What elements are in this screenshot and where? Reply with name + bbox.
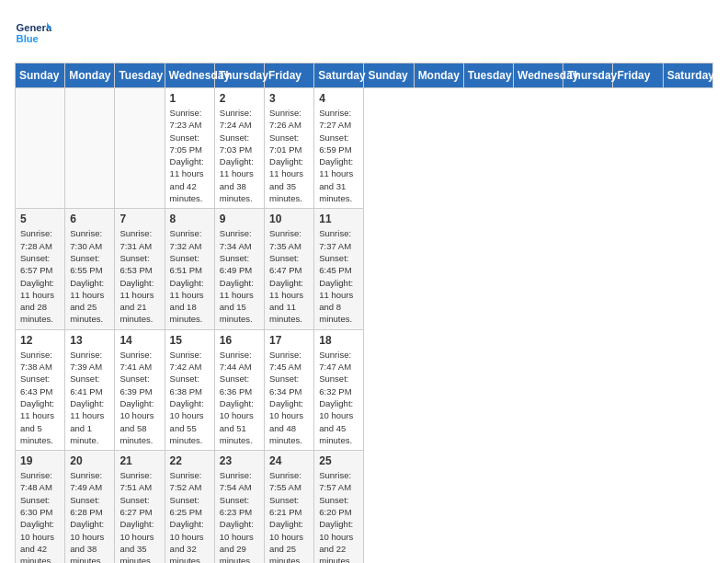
- day-number: 25: [319, 454, 358, 467]
- calendar-cell: 18Sunrise: 7:47 AM Sunset: 6:32 PM Dayli…: [314, 329, 364, 450]
- week-row-4: 19Sunrise: 7:48 AM Sunset: 6:30 PM Dayli…: [16, 451, 713, 563]
- calendar-cell: 17Sunrise: 7:45 AM Sunset: 6:34 PM Dayli…: [265, 329, 314, 450]
- day-content: Sunrise: 7:48 AM Sunset: 6:30 PM Dayligh…: [20, 469, 60, 563]
- calendar-cell: 4Sunrise: 7:27 AM Sunset: 6:59 PM Daylig…: [314, 88, 364, 209]
- day-number: 21: [119, 454, 159, 467]
- calendar-cell: 6Sunrise: 7:30 AM Sunset: 6:55 PM Daylig…: [65, 209, 115, 329]
- day-content: Sunrise: 7:27 AM Sunset: 6:59 PM Dayligh…: [319, 107, 358, 204]
- calendar-cell: 24Sunrise: 7:55 AM Sunset: 6:21 PM Dayli…: [265, 451, 314, 563]
- col-header-tuesday: Tuesday: [463, 63, 513, 88]
- day-number: 9: [220, 213, 259, 225]
- col-header-monday: Monday: [65, 63, 115, 88]
- calendar-cell: 2Sunrise: 7:24 AM Sunset: 7:03 PM Daylig…: [214, 88, 264, 209]
- day-content: Sunrise: 7:32 AM Sunset: 6:51 PM Dayligh…: [170, 227, 210, 325]
- day-content: Sunrise: 7:38 AM Sunset: 6:43 PM Dayligh…: [20, 349, 60, 446]
- header-row: SundayMondayTuesdayWednesdayThursdayFrid…: [16, 63, 713, 88]
- col-header-monday: Monday: [414, 63, 463, 88]
- week-row-3: 12Sunrise: 7:38 AM Sunset: 6:43 PM Dayli…: [16, 329, 713, 450]
- day-number: 22: [170, 454, 210, 467]
- calendar-cell: [16, 88, 65, 209]
- calendar-cell: 12Sunrise: 7:38 AM Sunset: 6:43 PM Dayli…: [16, 329, 65, 450]
- calendar-cell: 21Sunrise: 7:51 AM Sunset: 6:27 PM Dayli…: [115, 451, 165, 563]
- day-number: 14: [119, 334, 159, 347]
- day-number: 3: [269, 92, 309, 105]
- day-content: Sunrise: 7:24 AM Sunset: 7:03 PM Dayligh…: [220, 107, 259, 204]
- calendar-cell: 20Sunrise: 7:49 AM Sunset: 6:28 PM Dayli…: [65, 451, 115, 563]
- col-header-thursday: Thursday: [214, 63, 264, 88]
- day-number: 1: [170, 92, 210, 105]
- day-number: 24: [269, 454, 309, 467]
- week-row-1: 1Sunrise: 7:23 AM Sunset: 7:05 PM Daylig…: [16, 88, 713, 209]
- day-content: Sunrise: 7:44 AM Sunset: 6:36 PM Dayligh…: [220, 349, 259, 446]
- calendar-cell: 22Sunrise: 7:52 AM Sunset: 6:25 PM Dayli…: [165, 451, 214, 563]
- day-number: 19: [20, 454, 60, 467]
- col-header-saturday: Saturday: [663, 63, 712, 88]
- col-header-sunday: Sunday: [364, 63, 414, 88]
- col-header-friday: Friday: [265, 63, 314, 88]
- col-header-wednesday: Wednesday: [165, 63, 214, 88]
- day-content: Sunrise: 7:37 AM Sunset: 6:45 PM Dayligh…: [319, 227, 358, 325]
- day-content: Sunrise: 7:49 AM Sunset: 6:28 PM Dayligh…: [70, 469, 109, 563]
- col-header-saturday: Saturday: [314, 63, 364, 88]
- calendar-cell: 23Sunrise: 7:54 AM Sunset: 6:23 PM Dayli…: [214, 451, 264, 563]
- calendar-cell: 9Sunrise: 7:34 AM Sunset: 6:49 PM Daylig…: [214, 209, 264, 329]
- page-header: General Blue: [15, 15, 713, 52]
- calendar-cell: [115, 88, 165, 209]
- day-number: 7: [119, 213, 159, 225]
- day-number: 6: [70, 213, 109, 225]
- svg-text:Blue: Blue: [17, 33, 39, 44]
- calendar-cell: 16Sunrise: 7:44 AM Sunset: 6:36 PM Dayli…: [214, 329, 264, 450]
- day-number: 2: [220, 92, 259, 105]
- day-number: 18: [319, 334, 358, 347]
- calendar-cell: 1Sunrise: 7:23 AM Sunset: 7:05 PM Daylig…: [165, 88, 214, 209]
- calendar-cell: 3Sunrise: 7:26 AM Sunset: 7:01 PM Daylig…: [265, 88, 314, 209]
- day-content: Sunrise: 7:35 AM Sunset: 6:47 PM Dayligh…: [269, 227, 309, 325]
- day-content: Sunrise: 7:47 AM Sunset: 6:32 PM Dayligh…: [319, 349, 358, 446]
- day-content: Sunrise: 7:45 AM Sunset: 6:34 PM Dayligh…: [269, 349, 309, 446]
- day-number: 17: [269, 334, 309, 347]
- day-content: Sunrise: 7:23 AM Sunset: 7:05 PM Dayligh…: [170, 107, 210, 204]
- logo-icon: General Blue: [15, 15, 51, 52]
- calendar-cell: 25Sunrise: 7:57 AM Sunset: 6:20 PM Dayli…: [314, 451, 364, 563]
- col-header-friday: Friday: [613, 63, 663, 88]
- day-content: Sunrise: 7:34 AM Sunset: 6:49 PM Dayligh…: [220, 227, 259, 325]
- col-header-tuesday: Tuesday: [115, 63, 165, 88]
- day-content: Sunrise: 7:39 AM Sunset: 6:41 PM Dayligh…: [70, 349, 109, 446]
- day-number: 16: [220, 334, 259, 347]
- calendar-cell: 8Sunrise: 7:32 AM Sunset: 6:51 PM Daylig…: [165, 209, 214, 329]
- calendar-cell: [65, 88, 115, 209]
- logo: General Blue: [15, 15, 55, 52]
- svg-text:General: General: [17, 22, 51, 33]
- calendar-cell: 15Sunrise: 7:42 AM Sunset: 6:38 PM Dayli…: [165, 329, 214, 450]
- calendar-cell: 11Sunrise: 7:37 AM Sunset: 6:45 PM Dayli…: [314, 209, 364, 329]
- day-number: 12: [20, 334, 60, 347]
- day-number: 15: [170, 334, 210, 347]
- day-number: 5: [20, 213, 60, 225]
- day-number: 4: [319, 92, 358, 105]
- day-content: Sunrise: 7:57 AM Sunset: 6:20 PM Dayligh…: [319, 469, 358, 563]
- calendar-cell: 5Sunrise: 7:28 AM Sunset: 6:57 PM Daylig…: [16, 209, 65, 329]
- calendar-cell: 19Sunrise: 7:48 AM Sunset: 6:30 PM Dayli…: [16, 451, 65, 563]
- calendar-cell: 14Sunrise: 7:41 AM Sunset: 6:39 PM Dayli…: [115, 329, 165, 450]
- col-header-wednesday: Wednesday: [514, 63, 563, 88]
- day-content: Sunrise: 7:26 AM Sunset: 7:01 PM Dayligh…: [269, 107, 309, 204]
- day-content: Sunrise: 7:28 AM Sunset: 6:57 PM Dayligh…: [20, 227, 60, 325]
- day-number: 8: [170, 213, 210, 225]
- day-number: 11: [319, 213, 358, 225]
- day-content: Sunrise: 7:31 AM Sunset: 6:53 PM Dayligh…: [119, 227, 159, 325]
- col-header-thursday: Thursday: [563, 63, 613, 88]
- calendar-cell: 7Sunrise: 7:31 AM Sunset: 6:53 PM Daylig…: [115, 209, 165, 329]
- calendar-cell: 13Sunrise: 7:39 AM Sunset: 6:41 PM Dayli…: [65, 329, 115, 450]
- week-row-2: 5Sunrise: 7:28 AM Sunset: 6:57 PM Daylig…: [16, 209, 713, 329]
- day-number: 10: [269, 213, 309, 225]
- calendar-cell: 10Sunrise: 7:35 AM Sunset: 6:47 PM Dayli…: [265, 209, 314, 329]
- day-content: Sunrise: 7:30 AM Sunset: 6:55 PM Dayligh…: [70, 227, 109, 325]
- day-content: Sunrise: 7:41 AM Sunset: 6:39 PM Dayligh…: [119, 349, 159, 446]
- day-content: Sunrise: 7:51 AM Sunset: 6:27 PM Dayligh…: [119, 469, 159, 563]
- day-content: Sunrise: 7:54 AM Sunset: 6:23 PM Dayligh…: [220, 469, 259, 563]
- day-content: Sunrise: 7:55 AM Sunset: 6:21 PM Dayligh…: [269, 469, 309, 563]
- col-header-sunday: Sunday: [16, 63, 65, 88]
- calendar-table: SundayMondayTuesdayWednesdayThursdayFrid…: [15, 63, 713, 563]
- day-number: 20: [70, 454, 109, 467]
- day-content: Sunrise: 7:42 AM Sunset: 6:38 PM Dayligh…: [170, 349, 210, 446]
